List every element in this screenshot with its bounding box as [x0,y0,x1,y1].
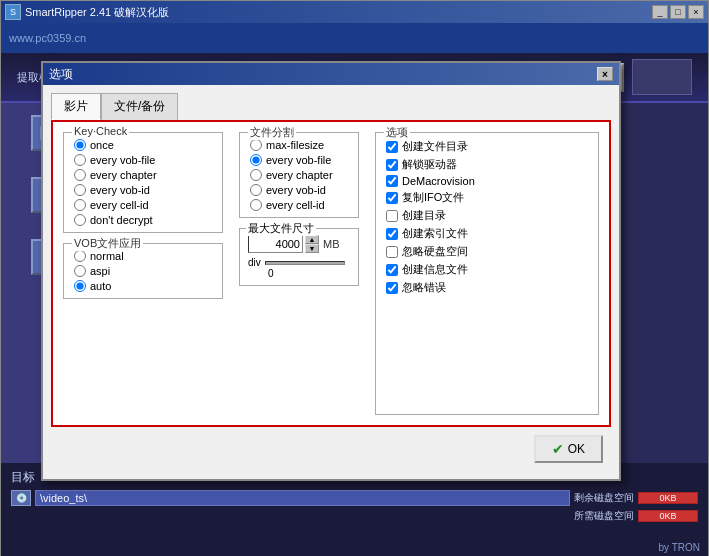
check-copy-ifo-input[interactable] [386,192,398,204]
max-filesize-section: 最大文件尺寸 ▲ ▼ MB div [239,228,359,286]
check-copy-ifo[interactable]: 复制IFO文件 [386,190,588,205]
radio-once-input[interactable] [74,139,86,151]
radio-normal[interactable]: normal [74,250,212,262]
check-ignore-errors[interactable]: 忽略错误 [386,280,588,295]
check-demacrovision[interactable]: DeMacrovision [386,175,588,187]
close-button-app[interactable]: × [688,5,704,19]
spin-up-button[interactable]: ▲ [305,235,319,244]
key-check-section: Key·Check once every vob-file [63,132,223,233]
ok-button[interactable]: ✔ OK [534,435,603,463]
radio-every-vob-id-fs-input[interactable] [250,184,262,196]
radio-auto-input[interactable] [74,280,86,292]
tab-movie[interactable]: 影片 [51,93,101,120]
check-create-index[interactable]: 创建目录 [386,208,588,223]
drive-row: 💿 \video_ts\ 剩余磁盘空间 0KB [11,490,698,506]
radio-every-vob-file-kc-input[interactable] [74,154,86,166]
remaining-info: 剩余磁盘空间 0KB [574,491,698,505]
radio-every-vob-file-fs-input[interactable] [250,154,262,166]
radio-every-vob-id-fs[interactable]: every vob-id [250,184,348,196]
filesize-input[interactable] [248,235,303,253]
check-create-dir[interactable]: 创建文件目录 [386,139,588,154]
radio-aspi[interactable]: aspi [74,265,212,277]
options-dialog: 选项 × 影片 文件/备份 Key·Check [41,61,621,481]
check-create-idx-file-label: 创建索引文件 [402,226,468,241]
radio-every-cell-id-kc-label: every cell-id [90,199,149,211]
radio-every-vob-file-fs-label: every vob-file [266,154,331,166]
radio-aspi-input[interactable] [74,265,86,277]
app-icon: S [5,4,21,20]
vob-section: VOB文件应用 normal aspi [63,243,223,299]
radio-every-chapter-fs-input[interactable] [250,169,262,181]
radio-max-filesize[interactable]: max-filesize [250,139,348,151]
options-label: 选项 [384,125,410,140]
left-column: Key·Check once every vob-file [63,132,223,415]
file-split-section: 文件分割 max-filesize every vob-file [239,132,359,218]
radio-every-vob-file-kc[interactable]: every vob-file [74,154,212,166]
check-ignore-disk-space[interactable]: 忽略硬盘空间 [386,244,588,259]
dialog-footer: ✔ OK [51,427,611,471]
file-split-radio-group: max-filesize every vob-file every chapte… [250,139,348,211]
tab-content: Key·Check once every vob-file [51,120,611,427]
maximize-button[interactable]: □ [670,5,686,19]
vob-label: VOB文件应用 [72,236,143,251]
check-create-info-file-label: 创建信息文件 [402,262,468,277]
remaining-bar: 0KB [638,492,698,504]
radio-every-cell-id-fs[interactable]: every cell-id [250,199,348,211]
radio-every-vob-id-kc[interactable]: every vob-id [74,184,212,196]
radio-every-chapter-kc-input[interactable] [74,169,86,181]
tab-file-backup[interactable]: 文件/备份 [101,93,178,120]
radio-auto[interactable]: auto [74,280,212,292]
app-window: S SmartRipper 2.41 破解汉化版 _ □ × www.pc035… [0,0,709,556]
by-tron-label: by TRON [659,542,701,553]
radio-max-filesize-input[interactable] [250,139,262,151]
check-create-idx-file[interactable]: 创建索引文件 [386,226,588,241]
spin-down-button[interactable]: ▼ [305,244,319,253]
check-unlock-drive[interactable]: 解锁驱动器 [386,157,588,172]
dialog-body: 影片 文件/备份 Key·Check once [43,85,619,479]
radio-dont-decrypt-input[interactable] [74,214,86,226]
radio-every-vob-id-fs-label: every vob-id [266,184,326,196]
radio-every-chapter-kc-label: every chapter [90,169,157,181]
title-bar-text: SmartRipper 2.41 破解汉化版 [25,5,652,20]
radio-every-vob-file-kc-label: every vob-file [90,154,155,166]
check-create-info-file[interactable]: 创建信息文件 [386,262,588,277]
radio-every-cell-id-kc-input[interactable] [74,199,86,211]
radio-every-chapter-fs[interactable]: every chapter [250,169,348,181]
radio-every-cell-id-kc[interactable]: every cell-id [74,199,212,211]
dialog-title-bar: 选项 × [43,63,619,85]
needed-label: 所需磁盘空间 [574,509,634,523]
mb-label: MB [323,238,340,250]
check-create-index-input[interactable] [386,210,398,222]
needed-info: 所需磁盘空间 0KB [574,509,698,523]
radio-every-cell-id-fs-input[interactable] [250,199,262,211]
vob-radio-group: normal aspi auto [74,250,212,292]
radio-every-vob-id-kc-input[interactable] [74,184,86,196]
check-demacrovision-input[interactable] [386,175,398,187]
check-copy-ifo-label: 复制IFO文件 [402,190,464,205]
radio-normal-input[interactable] [74,250,86,262]
ok-check-icon: ✔ [552,441,564,457]
dialog-close-button[interactable]: × [597,67,613,81]
radio-every-vob-file-fs[interactable]: every vob-file [250,154,348,166]
radio-once[interactable]: once [74,139,212,151]
check-create-dir-input[interactable] [386,141,398,153]
check-unlock-drive-label: 解锁驱动器 [402,157,457,172]
minimize-button[interactable]: _ [652,5,668,19]
check-unlock-drive-input[interactable] [386,159,398,171]
slider-track[interactable] [265,261,345,265]
needed-bar: 0KB [638,510,698,522]
watermark-bar: www.pc0359.cn [1,23,708,53]
dialog-tabs: 影片 文件/备份 [51,93,611,120]
radio-every-chapter-kc[interactable]: every chapter [74,169,212,181]
radio-max-filesize-label: max-filesize [266,139,324,151]
file-split-label: 文件分割 [248,125,296,140]
check-ignore-disk-space-input[interactable] [386,246,398,258]
title-bar-buttons: _ □ × [652,5,704,19]
ok-label: OK [568,442,585,456]
radio-dont-decrypt-label: don't decrypt [90,214,153,226]
check-create-info-file-input[interactable] [386,264,398,276]
radio-dont-decrypt[interactable]: don't decrypt [74,214,212,226]
check-create-idx-file-input[interactable] [386,228,398,240]
check-ignore-errors-input[interactable] [386,282,398,294]
title-bar: S SmartRipper 2.41 破解汉化版 _ □ × [1,1,708,23]
